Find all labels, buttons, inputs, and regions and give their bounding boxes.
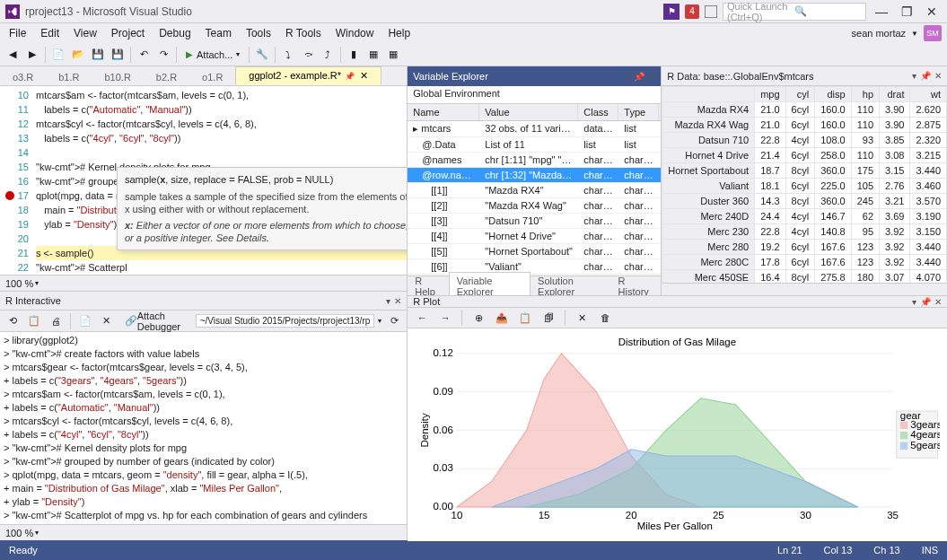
quick-launch-input[interactable]: Quick Launch (Ctrl+Q) 🔍 bbox=[723, 3, 866, 21]
menu-debug[interactable]: Debug bbox=[152, 25, 197, 41]
step-over-icon[interactable]: ⤼ bbox=[299, 45, 317, 65]
step-out-icon[interactable]: ⤴ bbox=[319, 45, 337, 65]
new-project-button[interactable]: 📄 bbox=[49, 45, 67, 65]
save-all-button[interactable]: 💾 bbox=[109, 45, 127, 65]
nav-forward-button[interactable]: ▶ bbox=[23, 45, 41, 65]
close-icon[interactable]: ✕ bbox=[648, 72, 655, 82]
pin-icon[interactable]: 📌 bbox=[920, 297, 931, 307]
refresh-icon[interactable]: ⟳ bbox=[385, 311, 403, 331]
menu-file[interactable]: File bbox=[2, 25, 33, 41]
undo-button[interactable]: ↶ bbox=[135, 45, 153, 65]
source-icon[interactable]: 📄 bbox=[76, 311, 94, 331]
table-row[interactable]: Datsun 71022.84cyl108.0933.852.320 bbox=[662, 133, 947, 148]
dropdown-icon[interactable]: ▾ bbox=[912, 71, 916, 81]
editor-tab[interactable]: o1.R bbox=[189, 69, 235, 85]
redo-button[interactable]: ↷ bbox=[154, 45, 172, 65]
restore-button[interactable]: ❐ bbox=[897, 3, 916, 21]
table-row[interactable]: Merc 450SE16.48cyl275.81803.074.070 bbox=[662, 270, 947, 284]
svg-text:4gears: 4gears bbox=[911, 429, 940, 440]
reset-icon[interactable]: ⟲ bbox=[4, 311, 22, 331]
close-icon[interactable]: ✕ bbox=[934, 71, 942, 81]
attach-debugger-button[interactable]: 🔗 Attach Debugger bbox=[119, 311, 192, 331]
user-avatar[interactable]: SM bbox=[924, 25, 942, 41]
table-row[interactable]: Mazda RX421.06cyl160.01103.902.620 bbox=[662, 102, 947, 118]
editor-tab[interactable]: b10.R bbox=[92, 69, 144, 85]
table-row[interactable]: Merc 28019.26cyl167.61233.923.440 bbox=[662, 240, 947, 255]
interactive-zoom[interactable]: 100 % ▾ bbox=[0, 524, 407, 540]
menu-tools[interactable]: Tools bbox=[239, 25, 278, 41]
uncomment-icon[interactable]: ▦ bbox=[384, 45, 402, 65]
nav-back-button[interactable]: ◀ bbox=[4, 45, 22, 65]
svg-text:20: 20 bbox=[626, 510, 637, 521]
feedback-icon[interactable] bbox=[705, 5, 717, 18]
varexp-row[interactable]: @row.namechr [1:32] "Mazda RX4" "Machara… bbox=[408, 168, 661, 183]
menu-edit[interactable]: Edit bbox=[33, 25, 66, 41]
comment-icon[interactable]: ▦ bbox=[364, 45, 382, 65]
bookmark-icon[interactable]: ▮ bbox=[345, 45, 363, 65]
editor-tab[interactable]: b2.R bbox=[144, 69, 189, 85]
close-icon[interactable]: ✕ bbox=[394, 296, 401, 306]
varexp-grid[interactable]: ▸ mtcars32 obs. of 11 variablesdata.fral… bbox=[408, 121, 661, 276]
menu-help[interactable]: Help bbox=[381, 25, 417, 41]
delete-icon[interactable]: ✕ bbox=[573, 308, 591, 328]
menu-view[interactable]: View bbox=[66, 25, 104, 41]
editor-tab[interactable]: ggplot2 - example.R*📌✕ bbox=[235, 66, 381, 85]
cancel-icon[interactable]: ✕ bbox=[98, 311, 116, 331]
horizontal-scrollbar[interactable] bbox=[662, 283, 947, 295]
tools-icon[interactable]: 🔧 bbox=[253, 45, 271, 65]
close-button[interactable]: ✕ bbox=[922, 3, 942, 21]
varexp-row[interactable]: [[4]]"Hornet 4 Drive"charactecharacte bbox=[408, 229, 661, 244]
dropdown-icon[interactable]: ▾ bbox=[386, 296, 390, 306]
interactive-console[interactable]: > library(ggplot2)> "kw-cmt"># create fa… bbox=[0, 332, 407, 524]
notification-flag-icon[interactable]: ⚑ bbox=[663, 4, 680, 20]
table-row[interactable]: Merc 280C17.86cyl167.61233.923.440 bbox=[662, 255, 947, 270]
table-row[interactable]: Duster 36014.38cyl360.02453.213.570 bbox=[662, 194, 947, 209]
clear-icon[interactable]: 📋 bbox=[25, 311, 43, 331]
table-row[interactable]: Hornet Sportabout18.78cyl360.01753.153.4… bbox=[662, 163, 947, 179]
minimize-button[interactable]: — bbox=[872, 3, 891, 21]
zoom-icon[interactable]: ⊕ bbox=[469, 308, 487, 328]
menu-team[interactable]: Team bbox=[198, 25, 239, 41]
table-row[interactable]: Merc 23022.84cyl140.8953.923.150 bbox=[662, 224, 947, 240]
attach-button[interactable]: ▶ Attach... ▾ bbox=[180, 49, 245, 60]
nav-back-icon[interactable]: ← bbox=[413, 308, 431, 328]
dropdown-icon[interactable]: ▾ bbox=[626, 72, 630, 82]
editor-zoom[interactable]: 100 % ▾ bbox=[0, 275, 407, 291]
varexp-row[interactable]: [[5]]"Hornet Sportabout"charactecharacte bbox=[408, 244, 661, 259]
varexp-row[interactable]: ▸ mtcars32 obs. of 11 variablesdata.fral… bbox=[408, 121, 661, 137]
varexp-row[interactable]: @.DataList of 11listlist bbox=[408, 137, 661, 153]
varexp-row[interactable]: @nameschr [1:11] "mpg" "cyl" "disp"chara… bbox=[408, 153, 661, 168]
pin-icon[interactable]: 📌 bbox=[920, 71, 931, 81]
dropdown-icon[interactable]: ▾ bbox=[912, 297, 916, 307]
data-grid[interactable]: mpgcyldisphpdratwtMazda RX421.06cyl160.0… bbox=[662, 86, 947, 283]
editor-tab[interactable]: b1.R bbox=[46, 69, 92, 85]
table-row[interactable]: Valiant18.16cyl225.01052.763.460 bbox=[662, 179, 947, 194]
table-row[interactable]: Hornet 4 Drive21.46cyl258.01103.083.215 bbox=[662, 148, 947, 163]
user-name[interactable]: sean mortaz bbox=[852, 28, 907, 39]
notification-count[interactable]: 4 bbox=[685, 4, 699, 19]
varexp-row[interactable]: [[3]]"Datsun 710"charactecharacte bbox=[408, 214, 661, 229]
clear-all-icon[interactable]: 🗑 bbox=[596, 308, 614, 328]
open-button[interactable]: 📂 bbox=[69, 45, 87, 65]
varexp-row[interactable]: [[2]]"Mazda RX4 Wag"charactecharacte bbox=[408, 198, 661, 214]
close-icon[interactable]: ✕ bbox=[934, 297, 942, 307]
editor-tab[interactable]: o3.R bbox=[0, 69, 46, 85]
svg-text:0.06: 0.06 bbox=[434, 424, 453, 435]
table-row[interactable]: Merc 240D24.44cyl146.7623.693.190 bbox=[662, 209, 947, 224]
menu-r-tools[interactable]: R Tools bbox=[278, 25, 329, 41]
copy-icon[interactable]: 📋 bbox=[516, 308, 534, 328]
varexp-row[interactable]: [[1]]"Mazda RX4"charactecharacte bbox=[408, 183, 661, 198]
code-editor[interactable]: 101112131415161718192021222324252627 mtc… bbox=[0, 86, 407, 275]
nav-forward-icon[interactable]: → bbox=[436, 308, 454, 328]
export-icon[interactable]: 📤 bbox=[493, 308, 511, 328]
menu-project[interactable]: Project bbox=[104, 25, 152, 41]
step-into-icon[interactable]: ⤵ bbox=[279, 45, 297, 65]
print-icon[interactable]: 🖨 bbox=[47, 311, 65, 331]
save-button[interactable]: 💾 bbox=[89, 45, 107, 65]
menu-window[interactable]: Window bbox=[329, 25, 381, 41]
pin-icon[interactable]: 📌 bbox=[634, 72, 644, 82]
working-dir-combo[interactable]: ~/Visual Studio 2015/Projects/rproject13… bbox=[196, 314, 375, 328]
scope-combo[interactable]: Global Environment bbox=[408, 86, 661, 104]
table-row[interactable]: Mazda RX4 Wag21.06cyl160.01103.902.875 bbox=[662, 118, 947, 133]
copy-bitmap-icon[interactable]: 🗐 bbox=[539, 308, 557, 328]
